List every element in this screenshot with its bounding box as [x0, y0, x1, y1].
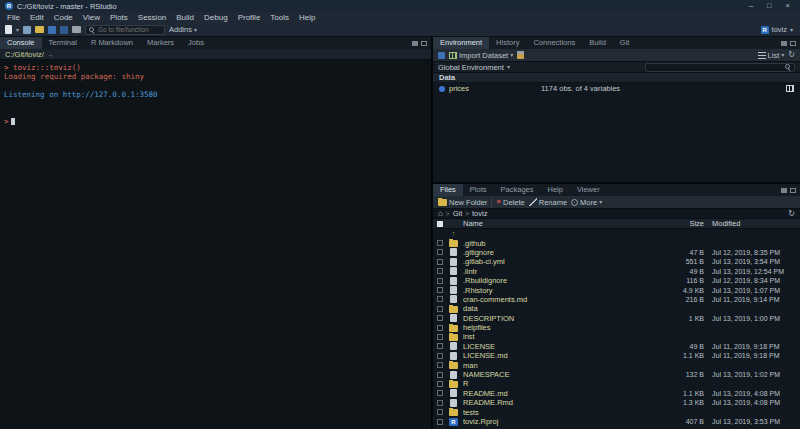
tab-environment[interactable]: Environment: [433, 37, 489, 49]
file-checkbox[interactable]: [437, 372, 443, 378]
file-checkbox[interactable]: [437, 240, 443, 246]
size-column-header[interactable]: Size: [658, 219, 704, 228]
file-row[interactable]: README.md1.1 KBJul 13, 2019, 4:08 PM: [433, 389, 800, 398]
file-name[interactable]: .gitignore: [463, 248, 658, 257]
file-checkbox[interactable]: [437, 343, 443, 349]
breadcrumb-item-git[interactable]: Git: [453, 209, 463, 218]
file-row[interactable]: R: [433, 379, 800, 388]
file-checkbox[interactable]: [437, 278, 443, 284]
file-row[interactable]: .Rbuildignore116 BJul 12, 2019, 8:34 PM: [433, 276, 800, 285]
file-name[interactable]: .gitlab-ci.yml: [463, 257, 658, 266]
file-row[interactable]: LICENSE.md1.1 KBJul 11, 2019, 9:18 PM: [433, 351, 800, 360]
file-name[interactable]: .github: [463, 239, 658, 248]
menu-item-view[interactable]: View: [78, 12, 105, 23]
tab-connections[interactable]: Connections: [526, 37, 582, 49]
environment-search-input[interactable]: [649, 64, 783, 71]
file-checkbox[interactable]: [437, 381, 443, 387]
file-row[interactable]: ↑: [433, 229, 800, 238]
view-data-icon[interactable]: [786, 85, 794, 92]
save-icon[interactable]: [48, 26, 56, 34]
file-name[interactable]: LICENSE: [463, 342, 658, 351]
tab-console[interactable]: Console: [0, 37, 42, 49]
minimize-pane-button[interactable]: [781, 188, 787, 193]
menu-item-debug[interactable]: Debug: [199, 12, 233, 23]
save-workspace-icon[interactable]: [438, 52, 445, 59]
file-checkbox[interactable]: [437, 287, 443, 293]
file-row[interactable]: .Rhistory4.9 KBJul 13, 2019, 1:07 PM: [433, 285, 800, 294]
maximize-button[interactable]: □: [762, 0, 777, 12]
file-name[interactable]: DESCRIPTION: [463, 314, 658, 323]
modified-column-header[interactable]: Modified: [704, 219, 796, 228]
print-icon[interactable]: [72, 26, 81, 33]
file-row[interactable]: helpfiles: [433, 323, 800, 332]
menu-item-profile[interactable]: Profile: [233, 12, 266, 23]
menu-item-session[interactable]: Session: [133, 12, 171, 23]
open-directory-icon[interactable]: →: [47, 51, 54, 58]
file-checkbox[interactable]: [437, 268, 443, 274]
file-row[interactable]: data: [433, 304, 800, 313]
file-row[interactable]: .github: [433, 238, 800, 247]
file-name[interactable]: tests: [463, 408, 658, 417]
tab-help[interactable]: Help: [540, 184, 569, 196]
console-output[interactable]: > toviz:::toviz()Loading required packag…: [0, 60, 431, 429]
file-row[interactable]: README.Rmd1.3 KBJul 13, 2019, 4:08 PM: [433, 398, 800, 407]
rename-button[interactable]: Rename: [529, 198, 567, 207]
new-file-icon[interactable]: [5, 25, 12, 34]
file-checkbox[interactable]: [437, 259, 443, 265]
file-row[interactable]: inst: [433, 332, 800, 341]
file-checkbox[interactable]: [437, 409, 443, 415]
project-menu-button[interactable]: R toviz ▾: [761, 25, 795, 34]
file-name[interactable]: helpfiles: [463, 323, 658, 332]
delete-button[interactable]: × Delete: [496, 198, 524, 207]
import-dataset-button[interactable]: Import Dataset ▾: [449, 51, 513, 60]
minimize-pane-button[interactable]: [781, 41, 787, 46]
refresh-icon[interactable]: ↻: [788, 51, 795, 59]
menu-item-plots[interactable]: Plots: [105, 12, 133, 23]
file-checkbox[interactable]: [437, 334, 443, 340]
file-name[interactable]: README.md: [463, 389, 658, 398]
environment-object-row[interactable]: prices1174 obs. of 4 variables: [433, 83, 800, 94]
file-checkbox[interactable]: [437, 325, 443, 331]
file-row[interactable]: man: [433, 360, 800, 369]
file-name[interactable]: .Rbuildignore: [463, 276, 658, 285]
file-row[interactable]: LICENSE49 BJul 11, 2019, 9:18 PM: [433, 342, 800, 351]
file-checkbox[interactable]: [437, 419, 443, 425]
file-checkbox[interactable]: [437, 249, 443, 255]
file-name[interactable]: .lintr: [463, 267, 658, 276]
file-name[interactable]: toviz.Rproj: [463, 417, 658, 426]
menu-item-code[interactable]: Code: [49, 12, 78, 23]
maximize-pane-button[interactable]: [421, 41, 427, 46]
file-row[interactable]: toviz.Rproj407 BJul 13, 2019, 3:53 PM: [433, 417, 800, 426]
file-checkbox[interactable]: [437, 400, 443, 406]
menu-item-help[interactable]: Help: [294, 12, 320, 23]
refresh-icon[interactable]: ↻: [788, 210, 795, 218]
file-row[interactable]: NAMESPACE132 BJul 13, 2019, 1:02 PM: [433, 370, 800, 379]
tab-git[interactable]: Git: [613, 37, 637, 49]
file-name[interactable]: inst: [463, 332, 658, 341]
file-name[interactable]: .Rhistory: [463, 286, 658, 295]
file-name[interactable]: data: [463, 304, 658, 313]
file-checkbox[interactable]: [437, 315, 443, 321]
new-folder-button[interactable]: New Folder: [438, 198, 487, 207]
tab-viewer[interactable]: Viewer: [570, 184, 607, 196]
maximize-pane-button[interactable]: [790, 188, 796, 193]
select-all-checkbox[interactable]: [437, 221, 443, 227]
home-icon[interactable]: ⌂: [438, 209, 443, 219]
maximize-pane-button[interactable]: [790, 41, 796, 46]
goto-file-input[interactable]: [98, 26, 161, 33]
file-row[interactable]: .gitignore47 BJul 12, 2019, 8:35 PM: [433, 248, 800, 257]
menu-item-file[interactable]: File: [2, 12, 25, 23]
breadcrumb-item-toviz[interactable]: toviz: [472, 209, 487, 218]
file-checkbox[interactable]: [437, 390, 443, 396]
file-name[interactable]: NAMESPACE: [463, 370, 658, 379]
tab-markers[interactable]: Markers: [140, 37, 181, 49]
environment-scope-dropdown[interactable]: Global Environment ▾: [438, 63, 640, 72]
file-name[interactable]: man: [463, 361, 658, 370]
file-checkbox[interactable]: [437, 353, 443, 359]
menu-item-tools[interactable]: Tools: [265, 12, 294, 23]
file-name[interactable]: cran-comments.md: [463, 295, 658, 304]
object-name[interactable]: prices: [449, 84, 537, 93]
file-name[interactable]: R: [463, 379, 658, 388]
tab-build[interactable]: Build: [582, 37, 613, 49]
new-project-icon[interactable]: [23, 26, 31, 34]
